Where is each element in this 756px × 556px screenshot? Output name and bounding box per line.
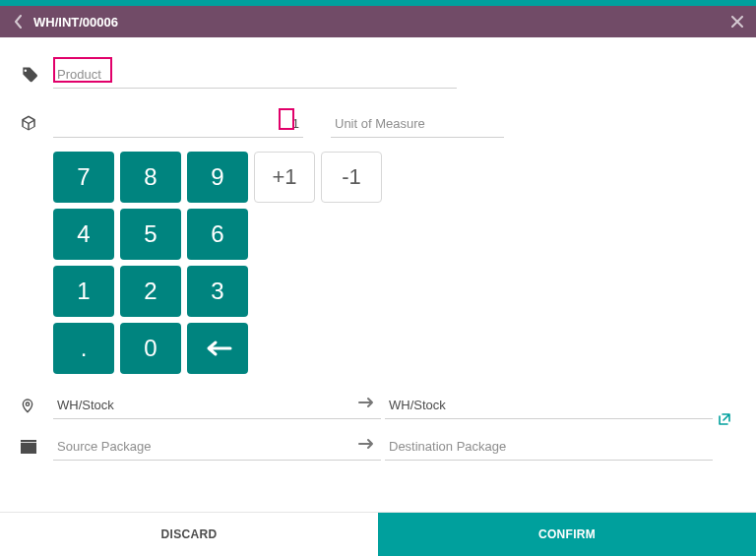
- cube-icon: [20, 114, 37, 132]
- dest-package-input[interactable]: [385, 433, 713, 461]
- external-link-icon: [719, 413, 730, 425]
- dest-package-field[interactable]: [385, 433, 713, 461]
- svg-point-0: [26, 402, 29, 405]
- quantity-field[interactable]: [53, 110, 303, 138]
- dest-location-input[interactable]: [385, 392, 713, 419]
- key-9[interactable]: 9: [187, 152, 248, 203]
- arrow-right-icon: [357, 437, 375, 451]
- uom-input[interactable]: [331, 110, 504, 138]
- source-package-input[interactable]: [53, 433, 381, 461]
- confirm-button[interactable]: CONFIRM: [378, 513, 756, 556]
- package-icon: [20, 439, 37, 455]
- dest-location-field[interactable]: [385, 392, 713, 419]
- keypad: 7 8 9 +1 -1 4 5 6 1 2 3 . 0: [53, 152, 736, 374]
- arrow-right-icon: [357, 396, 375, 409]
- key-0[interactable]: 0: [120, 323, 181, 374]
- close-icon: [731, 16, 743, 28]
- discard-button[interactable]: DISCARD: [0, 513, 378, 556]
- quantity-input[interactable]: [53, 110, 303, 138]
- key-dot[interactable]: .: [53, 323, 114, 374]
- open-external-button[interactable]: [719, 413, 730, 425]
- key-4[interactable]: 4: [53, 209, 114, 260]
- key-5[interactable]: 5: [120, 209, 181, 260]
- source-package-field[interactable]: [53, 433, 381, 461]
- key-7[interactable]: 7: [53, 152, 114, 203]
- key-3[interactable]: 3: [187, 266, 248, 317]
- product-field[interactable]: [53, 61, 457, 89]
- key-2[interactable]: 2: [120, 266, 181, 317]
- uom-field[interactable]: [331, 110, 504, 138]
- product-input[interactable]: [53, 61, 457, 89]
- key-backspace[interactable]: [187, 323, 248, 374]
- location-icon: [20, 396, 35, 415]
- key-plus-one[interactable]: +1: [254, 152, 315, 203]
- source-location-input[interactable]: [53, 392, 381, 419]
- svg-rect-1: [21, 443, 36, 454]
- key-8[interactable]: 8: [120, 152, 181, 203]
- svg-rect-2: [21, 440, 36, 442]
- page-title: WH/INT/00006: [33, 15, 118, 30]
- key-minus-one[interactable]: -1: [321, 152, 382, 203]
- titlebar: WH/INT/00006: [0, 6, 756, 37]
- key-1[interactable]: 1: [53, 266, 114, 317]
- source-location-field[interactable]: [53, 392, 381, 419]
- chevron-left-icon: [14, 15, 24, 29]
- close-button[interactable]: [728, 16, 746, 28]
- back-button[interactable]: [10, 15, 28, 29]
- footer: DISCARD CONFIRM: [0, 512, 756, 556]
- key-6[interactable]: 6: [187, 209, 248, 260]
- backspace-icon: [203, 340, 232, 357]
- tag-icon: [20, 65, 39, 85]
